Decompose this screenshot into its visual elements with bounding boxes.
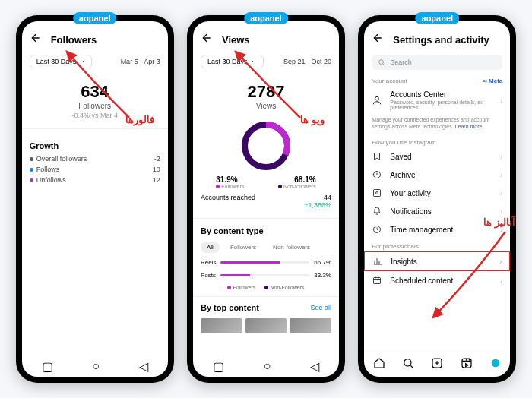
insights-item[interactable]: Insights› — [364, 251, 510, 271]
svg-point-2 — [379, 60, 384, 65]
bar-posts-label: Posts — [201, 272, 216, 279]
svg-rect-8 — [374, 278, 381, 284]
bar-posts-pct: 33.3% — [314, 272, 331, 279]
back-icon[interactable] — [372, 32, 384, 47]
page-title: Followers — [51, 34, 97, 46]
growth-header: Growth — [22, 138, 168, 153]
back-icon[interactable] — [30, 32, 42, 47]
chevron-down-icon — [251, 58, 257, 65]
bottom-nav — [364, 352, 510, 377]
clock-icon — [372, 225, 382, 234]
followers-pct: 31.9% — [216, 175, 244, 184]
accounts-reached-value: 44 — [324, 194, 331, 201]
page-title: Views — [222, 34, 250, 46]
reached-delta: +1,386% — [304, 201, 331, 209]
by-content-header: By content type — [193, 223, 339, 238]
search-nav-icon[interactable] — [402, 357, 414, 372]
bell-icon — [372, 207, 382, 216]
svg-point-9 — [404, 359, 411, 366]
archive-item[interactable]: Archive› — [364, 166, 510, 184]
schedule-icon — [372, 276, 382, 285]
phone-settings: aopanel Settings and activity Search You… — [358, 15, 516, 383]
archive-icon — [372, 170, 382, 179]
chevron-right-icon: › — [500, 96, 502, 105]
date-range: Sep 21 - Oct 20 — [283, 58, 331, 65]
nav-circle-icon[interactable]: ○ — [92, 359, 100, 374]
content-thumb[interactable] — [290, 318, 331, 333]
nonfollowers-pct: 68.1% — [278, 175, 316, 184]
annotation-followers: فالورها — [125, 114, 154, 125]
search-input[interactable]: Search — [372, 55, 502, 70]
brand-badge: aopanel — [416, 12, 460, 24]
meta-description: Manage your connected experiences and ac… — [364, 115, 510, 134]
meta-badge: ∞ Meta — [483, 77, 502, 84]
views-count: 2787 — [193, 82, 339, 102]
scheduled-item[interactable]: Scheduled content› — [364, 271, 510, 289]
profile-nav-icon[interactable] — [489, 357, 502, 372]
content-thumb[interactable] — [245, 318, 287, 333]
see-all-link[interactable]: See all — [310, 304, 331, 311]
period-chip[interactable]: Last 30 Days — [201, 55, 264, 68]
android-nav: ▢ ○ ◁ — [22, 356, 168, 377]
nav-triangle-icon[interactable]: ◁ — [139, 359, 148, 374]
reels-icon[interactable] — [461, 357, 473, 372]
home-icon[interactable] — [373, 357, 385, 372]
content-thumb[interactable] — [201, 318, 242, 333]
phone-views: aopanel Views Last 30 Days Sep 21 - Oct … — [187, 15, 345, 383]
tab-followers[interactable]: Followers — [224, 242, 262, 253]
profile-icon — [372, 95, 382, 106]
svg-point-6 — [376, 192, 378, 194]
date-range: Mar 5 - Apr 3 — [121, 58, 160, 65]
brand-badge: aopanel — [73, 12, 117, 24]
views-label: Views — [193, 102, 339, 110]
annotation-insights: آنالیز ها — [483, 216, 515, 228]
chart-icon — [372, 257, 383, 266]
stat-unfollows: Unfollows12 — [22, 175, 168, 185]
accounts-center-item[interactable]: Accounts CenterPassword, security, perso… — [364, 86, 510, 115]
phone-followers: aopanel Followers Last 30 Days Mar 5 - A… — [16, 15, 174, 383]
how-you-use-label: How you use Instagram — [372, 139, 435, 146]
svg-point-3 — [375, 96, 379, 100]
brand-badge: aopanel — [244, 12, 288, 24]
tab-nonfollowers[interactable]: Non-followers — [267, 242, 316, 253]
saved-item[interactable]: Saved› — [364, 147, 510, 166]
create-icon[interactable] — [431, 357, 443, 372]
back-icon[interactable] — [201, 32, 213, 47]
nav-triangle-icon[interactable]: ◁ — [310, 359, 319, 374]
by-top-header: By top content — [201, 303, 259, 312]
search-icon — [378, 58, 385, 66]
bar-reels-label: Reels — [201, 259, 216, 266]
accounts-reached-label: Accounts reached — [201, 194, 255, 209]
nav-square-icon[interactable]: ▢ — [213, 359, 224, 374]
followers-count: 634 — [22, 82, 168, 102]
followers-label: Followers — [22, 102, 168, 110]
stat-follows: Follows10 — [22, 164, 168, 175]
nav-circle-icon[interactable]: ○ — [264, 359, 271, 374]
bookmark-icon — [372, 152, 382, 161]
activity-item[interactable]: Your activity› — [364, 184, 510, 202]
activity-icon — [372, 188, 382, 197]
for-pros-label: For professionals — [372, 243, 418, 250]
nav-square-icon[interactable]: ▢ — [42, 359, 53, 374]
bar-reels-pct: 66.7% — [314, 259, 331, 266]
svg-rect-5 — [374, 190, 381, 197]
your-account-label: Your account — [372, 77, 407, 84]
period-chip[interactable]: Last 30 Days — [30, 55, 93, 68]
tab-all[interactable]: All — [201, 242, 220, 253]
svg-point-12 — [492, 359, 500, 368]
android-nav: ▢ ○ ◁ — [193, 356, 339, 377]
stat-overall: Overall followers-2 — [22, 153, 168, 164]
page-title: Settings and activity — [393, 34, 489, 46]
learn-more-link[interactable]: Learn more — [455, 124, 483, 129]
chevron-down-icon — [79, 58, 85, 65]
annotation-views: ویو ها — [300, 114, 325, 125]
views-donut-chart — [239, 119, 293, 172]
